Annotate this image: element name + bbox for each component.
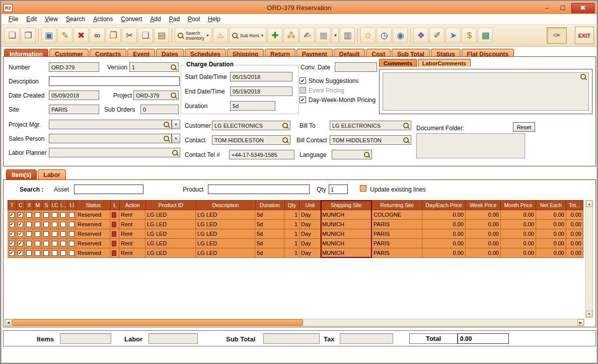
row-checkbox[interactable] [26,222,32,227]
cell[interactable] [25,248,33,258]
qty-input[interactable]: 1 [329,185,348,194]
chevron-down-icon[interactable]: ▼ [261,34,264,37]
cell[interactable]: PARIS [372,239,422,248]
cell[interactable]: 0.00 [422,220,466,229]
cell[interactable]: 1 [284,248,300,258]
cell[interactable]: Day [300,229,321,239]
description-field[interactable] [49,76,180,86]
cell[interactable]: Reserved [76,239,110,248]
cell[interactable]: 0.00 [536,220,566,229]
sales-person-dropdown-icon[interactable]: ▼ [172,134,180,143]
column-header-shipping-site[interactable]: Shipping Site [321,201,372,210]
row-checkbox[interactable] [35,212,40,218]
cell[interactable]: 5d [255,220,284,229]
duration-field[interactable]: 5d [230,101,275,111]
column-header-unit[interactable]: Unit [300,201,321,210]
chevron-down-icon[interactable]: ▼ [206,34,209,37]
row-checkbox[interactable] [69,212,74,218]
language-field[interactable] [332,150,372,159]
maximize-button[interactable]: ☐ [556,3,570,13]
row-checkbox[interactable] [35,222,40,227]
cell[interactable] [50,229,59,239]
cell[interactable]: LG LED [145,220,196,229]
asset-input[interactable] [74,185,143,194]
cell[interactable]: 0.00 [466,229,501,239]
cell[interactable]: MUNICH [321,220,372,229]
cell[interactable] [59,210,67,220]
cell[interactable] [59,248,67,258]
cell[interactable] [25,220,33,229]
cell[interactable]: ✔ [8,220,16,229]
row-checkbox[interactable]: ✔ [18,250,23,256]
table-row[interactable]: ✔✔ReservedRentLG LEDLG LED5d1DayMUNICHPA… [8,220,583,229]
row-checkbox[interactable] [52,212,57,218]
start-date-field[interactable]: 05/15/2018 [230,72,292,81]
cell[interactable]: MUNICH [321,229,372,239]
version-field[interactable]: 1 [129,62,179,72]
column-header-i-i[interactable]: I.I [68,201,77,210]
site-field[interactable]: PARIS [49,105,99,114]
cell[interactable]: MUNICH [321,239,372,248]
day-week-month-pricing-checkbox[interactable]: ✔ [300,97,306,103]
menu-item-pad[interactable]: Pad [165,15,184,24]
column-header-t[interactable]: T [8,201,17,210]
column-header-x[interactable]: X [25,201,34,210]
cell[interactable]: 0.00 [566,229,583,239]
row-checkbox[interactable]: ✔ [18,222,23,227]
column-header-c[interactable]: C [17,201,25,210]
row-checkbox[interactable] [26,241,32,246]
labor-planner-field[interactable] [49,148,180,157]
reset-button[interactable]: Reset [513,122,535,132]
cell[interactable] [110,239,119,248]
column-header-action[interactable]: Action [120,201,146,210]
row-checkbox[interactable] [60,250,66,256]
column-header-status[interactable]: Status [77,201,111,210]
cell[interactable]: Reserved [76,248,110,258]
minimize-button[interactable]: – [540,3,554,13]
row-checkbox[interactable] [52,241,57,246]
project-field[interactable]: ORD-379 [133,90,179,100]
edit-icon[interactable]: ✎ [57,28,72,43]
show-suggestions-checkbox[interactable]: ✔ [300,77,306,84]
tab-item-s[interactable]: Item(s) [6,169,37,179]
date-created-field[interactable]: 05/09/2018 [49,90,99,100]
cell[interactable] [67,220,76,229]
cell[interactable] [42,229,50,239]
cell[interactable]: 0.00 [501,220,536,229]
event-pricing-checkbox[interactable] [300,87,306,94]
add-icon[interactable]: ✚ [267,28,282,43]
cell[interactable] [42,210,50,220]
cell[interactable]: 0.00 [422,229,466,239]
row-checkbox[interactable] [43,212,49,218]
menu-item-edit[interactable]: Edit [22,15,41,24]
language-lookup-icon[interactable] [363,151,370,158]
cell[interactable]: 0.00 [566,248,583,258]
cell[interactable] [25,210,33,220]
cell[interactable]: Rent [119,220,145,229]
labor-planner-lookup-icon[interactable] [172,149,179,156]
cell[interactable] [67,239,76,248]
table-row[interactable]: ✔✔ReservedRentLG LEDLG LED5d1DayMUNICHPA… [8,239,583,248]
cell[interactable]: 0.00 [466,239,501,248]
cell[interactable]: MUNICH [321,248,372,258]
cell[interactable] [110,220,119,229]
sales-person-field[interactable] [49,134,172,143]
money-icon[interactable]: $ [462,28,477,43]
row-checkbox[interactable] [60,212,66,218]
row-checkbox[interactable] [60,222,66,227]
save-icon[interactable]: ▣ [41,28,56,43]
cell[interactable]: 0.00 [422,239,466,248]
cell[interactable]: Rent [119,239,145,248]
cut-icon[interactable]: ✂ [122,28,137,43]
row-checkbox[interactable]: ✔ [18,231,23,237]
cell[interactable]: PARIS [372,220,422,229]
group-icon[interactable]: ⁂ [283,28,298,43]
update-existing-lines-checkbox[interactable] [360,185,366,192]
delete-icon[interactable]: ✖ [73,28,89,43]
cell[interactable]: Day [300,210,321,220]
tab-comments[interactable]: Comments [379,59,417,67]
exit-button[interactable]: EXIT [575,27,594,44]
cell[interactable] [110,248,119,258]
cell[interactable]: ✔ [16,210,25,220]
copy-special-icon[interactable]: ❐ [106,28,121,43]
